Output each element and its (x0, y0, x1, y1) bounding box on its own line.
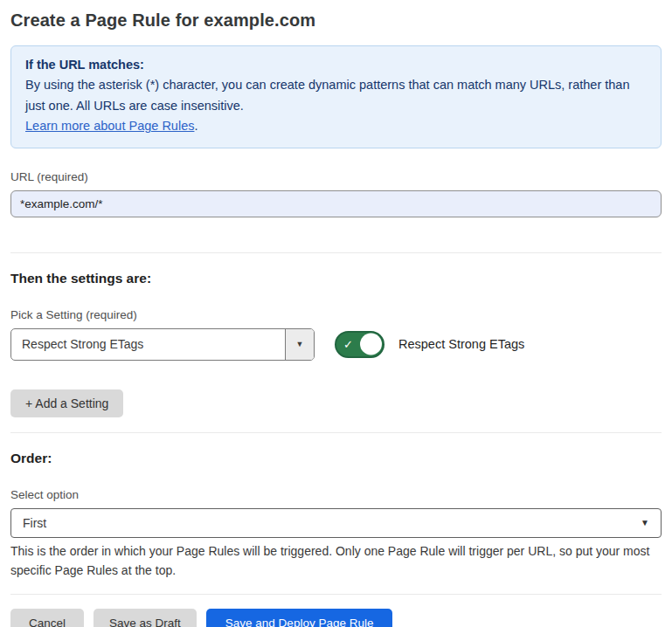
order-heading: Order: (10, 451, 662, 466)
chevron-down-icon: ▼ (641, 518, 649, 527)
order-select-value: First (23, 516, 46, 530)
setting-picker-label: Pick a Setting (required) (10, 308, 662, 321)
save-deploy-button[interactable]: Save and Deploy Page Rule (206, 609, 393, 627)
link-period: . (194, 119, 197, 133)
setting-row: Respect Strong ETags ▼ ✓ Respect Strong … (10, 328, 662, 361)
page-rule-form: Create a Page Rule for example.com If th… (0, 0, 672, 627)
url-field-label: URL (required) (10, 170, 662, 183)
save-draft-button[interactable]: Save as Draft (94, 609, 197, 627)
setting-select-value: Respect Strong ETags (11, 329, 285, 360)
respect-etags-toggle[interactable]: ✓ (335, 331, 384, 358)
order-select-label: Select option (10, 488, 662, 501)
check-icon: ✓ (343, 338, 353, 351)
section-divider (10, 432, 662, 433)
footer-divider (10, 594, 662, 595)
info-box-body-text: By using the asterisk (*) character, you… (25, 78, 630, 112)
toggle-label: Respect Strong ETags (398, 337, 524, 351)
cancel-button[interactable]: Cancel (10, 609, 84, 627)
page-title: Create a Page Rule for example.com (10, 10, 662, 31)
footer-actions: Cancel Save as Draft Save and Deploy Pag… (10, 609, 662, 627)
setting-select[interactable]: Respect Strong ETags ▼ (10, 328, 315, 361)
setting-select-arrow-button[interactable]: ▼ (285, 329, 314, 360)
setting-toggle-group: ✓ Respect Strong ETags (335, 331, 524, 358)
order-help-text: This is the order in which your Page Rul… (10, 542, 662, 580)
info-box-heading: If the URL matches: (25, 55, 647, 75)
toggle-knob (360, 334, 382, 355)
settings-heading: Then the settings are: (10, 271, 662, 286)
order-select[interactable]: First ▼ (10, 508, 662, 538)
info-box-body: By using the asterisk (*) character, you… (25, 75, 647, 136)
section-divider (10, 252, 662, 253)
chevron-down-icon: ▼ (296, 340, 304, 348)
learn-more-link[interactable]: Learn more about Page Rules (25, 119, 194, 133)
url-match-info-box: If the URL matches: By using the asteris… (10, 45, 662, 148)
url-input[interactable] (10, 190, 662, 217)
add-setting-button[interactable]: + Add a Setting (10, 389, 123, 417)
